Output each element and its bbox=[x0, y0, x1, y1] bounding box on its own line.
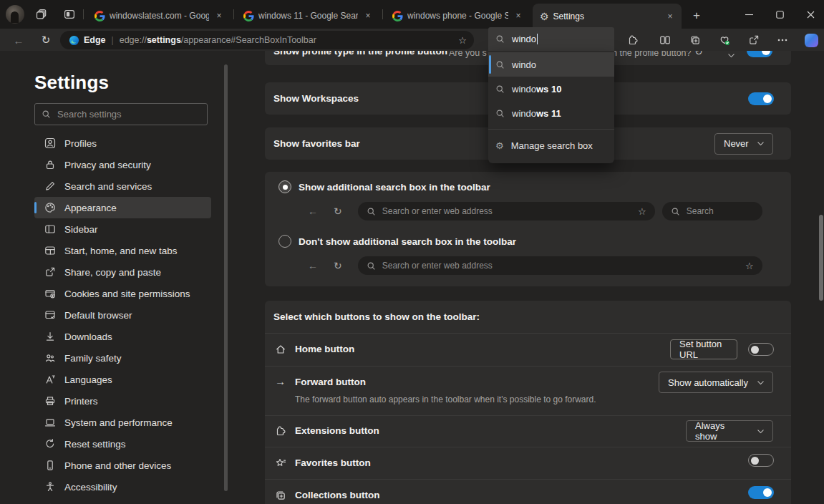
set-button-url-button[interactable]: Set button URL bbox=[670, 339, 737, 359]
sidebar-item-languages[interactable]: Languages bbox=[34, 369, 211, 390]
tab-windowsphone[interactable]: windows phone - Google Sear × bbox=[385, 6, 530, 26]
address-bar[interactable]: Edge | edge://settings/appearance#Search… bbox=[60, 31, 474, 49]
settings-search-input[interactable] bbox=[57, 109, 186, 120]
workspaces-toggle[interactable] bbox=[748, 92, 774, 105]
new-tab-button[interactable]: + bbox=[687, 6, 706, 25]
favorite-star-icon: ☆ bbox=[745, 261, 754, 271]
close-window-button[interactable] bbox=[795, 0, 824, 29]
tab-windows11[interactable]: windows 11 - Google Search × bbox=[236, 6, 379, 26]
sidebar-item-privacy[interactable]: Privacy and security bbox=[34, 154, 211, 175]
back-icon: ← bbox=[308, 260, 318, 271]
option-show-search-box[interactable]: Show additional search box in the toolba… bbox=[278, 180, 490, 193]
search-suggestions-panel: windo windows 10 windows 11 ⚙ Manage sea… bbox=[488, 51, 614, 163]
tab-close-icon[interactable]: × bbox=[513, 10, 524, 21]
split-screen-icon[interactable] bbox=[656, 32, 674, 49]
tab-close-icon[interactable]: × bbox=[362, 10, 374, 21]
sidebar-item-accessibility[interactable]: Accessibility bbox=[34, 476, 211, 498]
maximize-button[interactable] bbox=[764, 0, 795, 29]
sync-icon[interactable]: ↻ bbox=[694, 51, 703, 57]
sidebar-item-default-browser[interactable]: Default browser bbox=[34, 304, 211, 326]
google-favicon bbox=[392, 11, 403, 21]
search-icon bbox=[495, 60, 505, 69]
preview-address-bar: Search or enter web address ☆ bbox=[358, 202, 655, 220]
share-icon bbox=[44, 266, 56, 278]
pencil-icon bbox=[44, 180, 56, 192]
tab-close-icon[interactable]: × bbox=[664, 11, 676, 22]
sidebar-item-share-copy[interactable]: Share, copy and paste bbox=[34, 261, 211, 283]
tab-close-icon[interactable]: × bbox=[213, 10, 225, 21]
chevron-down-icon[interactable] bbox=[727, 51, 736, 60]
favorite-star-icon: ☆ bbox=[638, 206, 646, 217]
extensions-icon[interactable] bbox=[624, 32, 641, 49]
more-options-icon[interactable] bbox=[774, 32, 791, 49]
preview-address-bar: Search or enter web address ☆ bbox=[358, 256, 762, 275]
suggestion-item[interactable]: windows 11 bbox=[488, 101, 614, 125]
suggestion-item[interactable]: windo bbox=[488, 52, 614, 77]
home-button-toggle[interactable] bbox=[748, 343, 774, 356]
profile-type-toggle[interactable] bbox=[747, 51, 772, 57]
sidebar-item-reset[interactable]: Reset settings bbox=[34, 433, 211, 455]
share-icon[interactable] bbox=[745, 32, 762, 49]
sidebar-item-profiles[interactable]: Profiles bbox=[34, 132, 211, 154]
suggestion-item[interactable]: windows 10 bbox=[488, 77, 614, 101]
tab-strip-divider bbox=[83, 9, 84, 19]
sidebar-layout-icon bbox=[44, 223, 56, 235]
tab-actions-icon[interactable] bbox=[61, 6, 78, 23]
divider bbox=[265, 479, 791, 480]
window-panes-icon bbox=[44, 245, 56, 256]
page-scrollbar[interactable] bbox=[819, 215, 823, 301]
favorites-star-icon bbox=[275, 457, 286, 469]
radio-unselected[interactable] bbox=[278, 235, 291, 248]
sidebar-item-sidebar[interactable]: Sidebar bbox=[34, 218, 211, 240]
settings-search-box[interactable] bbox=[34, 103, 208, 125]
back-icon[interactable]: ← bbox=[10, 32, 27, 49]
sidebar-item-cookies[interactable]: Cookies and site permissions bbox=[34, 283, 211, 304]
toolbar-search-popup: windo windo windows 10 windows 11 ⚙ Mana… bbox=[488, 27, 614, 163]
url-text: edge://settings/appearance#SearchBoxInTo… bbox=[120, 35, 459, 45]
favorites-bar-select[interactable]: Never bbox=[714, 133, 773, 155]
settings-sidebar: Settings Profiles Privacy and security S… bbox=[0, 51, 229, 504]
favorite-star-icon[interactable]: ☆ bbox=[458, 35, 467, 46]
sidebar-item-family-safety[interactable]: Family safety bbox=[34, 347, 211, 369]
setting-label: Favorites button bbox=[295, 457, 371, 468]
palette-icon bbox=[44, 202, 56, 213]
reset-arrow-icon bbox=[44, 438, 56, 450]
radio-selected[interactable] bbox=[278, 180, 291, 193]
sidebar-item-phone[interactable]: Phone and other devices bbox=[34, 455, 211, 476]
sidebar-item-appearance[interactable]: Appearance bbox=[34, 197, 211, 218]
sidebar-item-printers[interactable]: Printers bbox=[34, 390, 211, 412]
google-favicon bbox=[94, 11, 105, 21]
option-hide-search-box[interactable]: Don't show additional search box in the … bbox=[278, 235, 516, 248]
settings-page: Settings Profiles Privacy and security S… bbox=[0, 51, 824, 504]
forward-arrow-icon: → bbox=[275, 375, 286, 387]
sidebar-item-system[interactable]: System and performance bbox=[34, 412, 211, 433]
sidebar-item-search-services[interactable]: Search and services bbox=[34, 175, 211, 197]
workspaces-icon[interactable] bbox=[33, 6, 50, 23]
copilot-icon[interactable] bbox=[803, 32, 820, 49]
sidebar-scrollbar[interactable] bbox=[224, 64, 228, 491]
browser-window: windowslatest.com - Google S × windows 1… bbox=[0, 0, 824, 504]
favorites-button-toggle[interactable] bbox=[748, 454, 774, 467]
tab-title: windowslatest.com - Google S bbox=[110, 11, 209, 21]
tab-divider bbox=[233, 9, 234, 19]
manage-search-box-item[interactable]: ⚙ Manage search box bbox=[488, 133, 614, 158]
gear-icon: ⚙ bbox=[495, 141, 504, 150]
forward-button-select[interactable]: Show automatically bbox=[659, 372, 773, 393]
address-divider: | bbox=[112, 35, 114, 45]
collections-button-toggle[interactable] bbox=[748, 486, 774, 499]
browser-essentials-icon[interactable] bbox=[716, 32, 733, 49]
extensions-button-select[interactable]: Always show bbox=[686, 420, 773, 442]
sidebar-item-about[interactable] bbox=[34, 498, 211, 504]
toolbar-search-input[interactable]: windo bbox=[488, 27, 614, 51]
minimize-button[interactable] bbox=[733, 0, 765, 29]
tab-windowslatest[interactable]: windowslatest.com - Google S × bbox=[87, 6, 231, 26]
tab-title: Settings bbox=[553, 11, 660, 21]
profile-avatar[interactable] bbox=[6, 5, 24, 24]
refresh-icon[interactable]: ↻ bbox=[37, 32, 54, 49]
tab-settings[interactable]: ⚙ Settings × bbox=[533, 4, 682, 29]
refresh-icon: ↻ bbox=[334, 205, 342, 217]
sidebar-item-downloads[interactable]: Downloads bbox=[34, 326, 211, 347]
setting-label: Collections button bbox=[295, 490, 380, 500]
collections-icon[interactable] bbox=[687, 32, 704, 49]
sidebar-item-start-home[interactable]: Start, home, and new tabs bbox=[34, 240, 211, 261]
